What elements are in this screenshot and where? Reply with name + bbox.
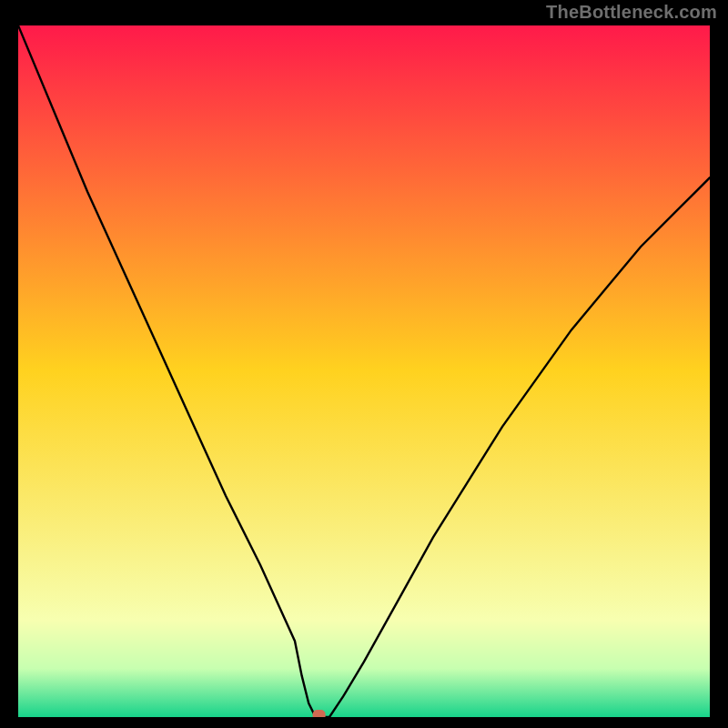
bottleneck-chart: [18, 25, 710, 717]
plot-area: [18, 25, 710, 717]
optimum-marker: [313, 710, 326, 717]
watermark-text: TheBottleneck.com: [546, 2, 717, 23]
chart-container: TheBottleneck.com: [0, 0, 728, 728]
gradient-background: [18, 25, 710, 717]
